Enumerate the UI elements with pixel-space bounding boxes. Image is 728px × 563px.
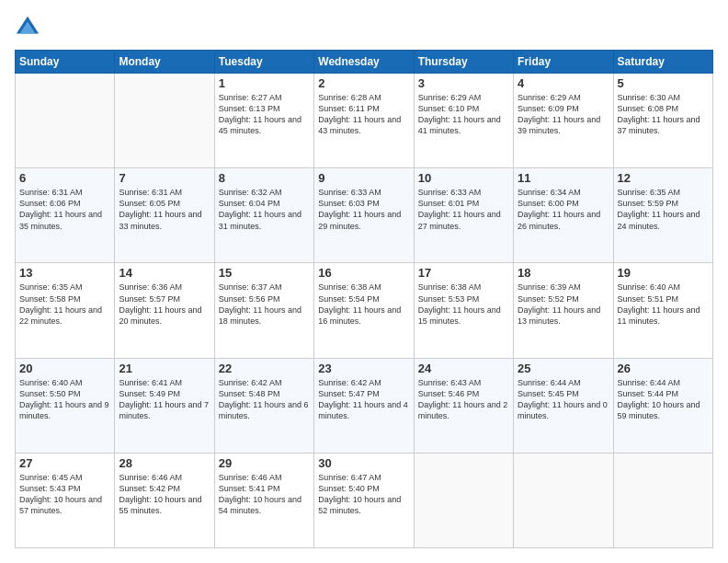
day-number: 2 bbox=[318, 76, 409, 90]
calendar-table: SundayMondayTuesdayWednesdayThursdayFrid… bbox=[15, 50, 713, 548]
calendar-cell: 17Sunrise: 6:38 AMSunset: 5:53 PMDayligh… bbox=[414, 263, 513, 358]
day-number: 12 bbox=[618, 171, 709, 185]
calendar-cell: 11Sunrise: 6:34 AMSunset: 6:00 PMDayligh… bbox=[514, 168, 613, 263]
calendar-cell: 30Sunrise: 6:47 AMSunset: 5:40 PMDayligh… bbox=[314, 453, 414, 547]
day-number: 21 bbox=[119, 362, 210, 375]
calendar-cell: 28Sunrise: 6:46 AMSunset: 5:42 PMDayligh… bbox=[115, 453, 214, 547]
calendar-week-row: 27Sunrise: 6:45 AMSunset: 5:43 PMDayligh… bbox=[16, 453, 713, 547]
day-number: 20 bbox=[19, 362, 110, 375]
calendar-cell: 8Sunrise: 6:32 AMSunset: 6:04 PMDaylight… bbox=[214, 168, 313, 263]
day-number: 23 bbox=[318, 362, 409, 375]
logo-icon bbox=[15, 15, 40, 40]
day-number: 29 bbox=[219, 456, 310, 470]
day-number: 11 bbox=[518, 171, 609, 185]
day-info: Sunrise: 6:28 AMSunset: 6:11 PMDaylight:… bbox=[318, 92, 409, 137]
day-info: Sunrise: 6:27 AMSunset: 6:13 PMDaylight:… bbox=[219, 92, 310, 137]
day-info: Sunrise: 6:37 AMSunset: 5:56 PMDaylight:… bbox=[219, 282, 310, 327]
calendar-cell: 24Sunrise: 6:43 AMSunset: 5:46 PMDayligh… bbox=[414, 358, 513, 453]
calendar-cell bbox=[414, 453, 513, 547]
day-number: 14 bbox=[119, 266, 210, 280]
day-info: Sunrise: 6:42 AMSunset: 5:48 PMDaylight:… bbox=[219, 377, 310, 422]
day-info: Sunrise: 6:40 AMSunset: 5:51 PMDaylight:… bbox=[618, 282, 709, 327]
day-number: 16 bbox=[318, 266, 409, 280]
day-number: 3 bbox=[418, 76, 509, 90]
day-info: Sunrise: 6:33 AMSunset: 6:03 PMDaylight:… bbox=[318, 187, 409, 232]
calendar-cell: 1Sunrise: 6:27 AMSunset: 6:13 PMDaylight… bbox=[214, 74, 313, 168]
calendar-cell: 2Sunrise: 6:28 AMSunset: 6:11 PMDaylight… bbox=[314, 74, 414, 168]
day-info: Sunrise: 6:32 AMSunset: 6:04 PMDaylight:… bbox=[219, 187, 310, 232]
day-info: Sunrise: 6:38 AMSunset: 5:53 PMDaylight:… bbox=[418, 282, 509, 327]
header bbox=[15, 15, 713, 40]
day-number: 13 bbox=[19, 266, 110, 280]
day-info: Sunrise: 6:35 AMSunset: 5:58 PMDaylight:… bbox=[19, 282, 110, 327]
calendar-cell: 19Sunrise: 6:40 AMSunset: 5:51 PMDayligh… bbox=[613, 263, 712, 358]
day-info: Sunrise: 6:39 AMSunset: 5:52 PMDaylight:… bbox=[518, 282, 609, 327]
day-info: Sunrise: 6:41 AMSunset: 5:49 PMDaylight:… bbox=[119, 377, 210, 422]
day-info: Sunrise: 6:46 AMSunset: 5:42 PMDaylight:… bbox=[119, 472, 210, 517]
day-number: 25 bbox=[518, 362, 609, 375]
day-info: Sunrise: 6:31 AMSunset: 6:06 PMDaylight:… bbox=[19, 187, 110, 232]
day-info: Sunrise: 6:31 AMSunset: 6:05 PMDaylight:… bbox=[119, 187, 210, 232]
calendar-week-row: 6Sunrise: 6:31 AMSunset: 6:06 PMDaylight… bbox=[16, 168, 713, 263]
day-number: 22 bbox=[219, 362, 310, 375]
weekday-header: Thursday bbox=[414, 51, 513, 74]
calendar-cell: 12Sunrise: 6:35 AMSunset: 5:59 PMDayligh… bbox=[613, 168, 712, 263]
day-number: 5 bbox=[618, 76, 709, 90]
calendar-cell: 15Sunrise: 6:37 AMSunset: 5:56 PMDayligh… bbox=[214, 263, 313, 358]
calendar-cell bbox=[514, 453, 613, 547]
day-number: 10 bbox=[418, 171, 509, 185]
day-info: Sunrise: 6:45 AMSunset: 5:43 PMDaylight:… bbox=[19, 472, 110, 517]
calendar-cell: 6Sunrise: 6:31 AMSunset: 6:06 PMDaylight… bbox=[16, 168, 115, 263]
day-info: Sunrise: 6:46 AMSunset: 5:41 PMDaylight:… bbox=[219, 472, 310, 517]
day-number: 9 bbox=[318, 171, 409, 185]
day-number: 17 bbox=[418, 266, 509, 280]
day-number: 6 bbox=[19, 171, 110, 185]
weekday-header-row: SundayMondayTuesdayWednesdayThursdayFrid… bbox=[16, 51, 713, 74]
day-number: 18 bbox=[518, 266, 609, 280]
day-info: Sunrise: 6:47 AMSunset: 5:40 PMDaylight:… bbox=[318, 472, 409, 517]
calendar-cell: 14Sunrise: 6:36 AMSunset: 5:57 PMDayligh… bbox=[115, 263, 214, 358]
day-number: 28 bbox=[119, 456, 210, 470]
weekday-header: Friday bbox=[514, 51, 613, 74]
calendar-cell: 13Sunrise: 6:35 AMSunset: 5:58 PMDayligh… bbox=[16, 263, 115, 358]
day-number: 4 bbox=[518, 76, 609, 90]
day-info: Sunrise: 6:36 AMSunset: 5:57 PMDaylight:… bbox=[119, 282, 210, 327]
calendar-cell: 5Sunrise: 6:30 AMSunset: 6:08 PMDaylight… bbox=[613, 74, 712, 168]
day-info: Sunrise: 6:34 AMSunset: 6:00 PMDaylight:… bbox=[518, 187, 609, 232]
day-number: 27 bbox=[19, 456, 110, 470]
calendar-cell: 20Sunrise: 6:40 AMSunset: 5:50 PMDayligh… bbox=[16, 358, 115, 453]
day-number: 26 bbox=[618, 362, 709, 375]
weekday-header: Monday bbox=[115, 51, 214, 74]
day-info: Sunrise: 6:43 AMSunset: 5:46 PMDaylight:… bbox=[418, 377, 509, 422]
calendar-cell bbox=[613, 453, 712, 547]
calendar-cell: 16Sunrise: 6:38 AMSunset: 5:54 PMDayligh… bbox=[314, 263, 414, 358]
weekday-header: Wednesday bbox=[314, 51, 414, 74]
calendar-cell: 9Sunrise: 6:33 AMSunset: 6:03 PMDaylight… bbox=[314, 168, 414, 263]
calendar-cell: 10Sunrise: 6:33 AMSunset: 6:01 PMDayligh… bbox=[414, 168, 513, 263]
calendar-cell bbox=[16, 74, 115, 168]
calendar-cell: 4Sunrise: 6:29 AMSunset: 6:09 PMDaylight… bbox=[514, 74, 613, 168]
calendar-cell: 22Sunrise: 6:42 AMSunset: 5:48 PMDayligh… bbox=[214, 358, 313, 453]
calendar-cell: 29Sunrise: 6:46 AMSunset: 5:41 PMDayligh… bbox=[214, 453, 313, 547]
day-info: Sunrise: 6:35 AMSunset: 5:59 PMDaylight:… bbox=[618, 187, 709, 232]
calendar-cell bbox=[115, 74, 214, 168]
page: SundayMondayTuesdayWednesdayThursdayFrid… bbox=[0, 0, 728, 563]
day-info: Sunrise: 6:29 AMSunset: 6:09 PMDaylight:… bbox=[518, 92, 609, 137]
day-number: 8 bbox=[219, 171, 310, 185]
day-info: Sunrise: 6:30 AMSunset: 6:08 PMDaylight:… bbox=[618, 92, 709, 137]
calendar-cell: 26Sunrise: 6:44 AMSunset: 5:44 PMDayligh… bbox=[613, 358, 712, 453]
day-number: 1 bbox=[219, 76, 310, 90]
weekday-header: Saturday bbox=[613, 51, 712, 74]
day-number: 7 bbox=[119, 171, 210, 185]
calendar-cell: 23Sunrise: 6:42 AMSunset: 5:47 PMDayligh… bbox=[314, 358, 414, 453]
calendar-cell: 21Sunrise: 6:41 AMSunset: 5:49 PMDayligh… bbox=[115, 358, 214, 453]
day-info: Sunrise: 6:44 AMSunset: 5:45 PMDaylight:… bbox=[518, 377, 609, 422]
calendar-cell: 3Sunrise: 6:29 AMSunset: 6:10 PMDaylight… bbox=[414, 74, 513, 168]
day-number: 30 bbox=[318, 456, 409, 470]
calendar-week-row: 20Sunrise: 6:40 AMSunset: 5:50 PMDayligh… bbox=[16, 358, 713, 453]
day-info: Sunrise: 6:44 AMSunset: 5:44 PMDaylight:… bbox=[618, 377, 709, 422]
day-info: Sunrise: 6:29 AMSunset: 6:10 PMDaylight:… bbox=[418, 92, 509, 137]
day-info: Sunrise: 6:42 AMSunset: 5:47 PMDaylight:… bbox=[318, 377, 409, 422]
calendar-week-row: 13Sunrise: 6:35 AMSunset: 5:58 PMDayligh… bbox=[16, 263, 713, 358]
weekday-header: Tuesday bbox=[214, 51, 313, 74]
